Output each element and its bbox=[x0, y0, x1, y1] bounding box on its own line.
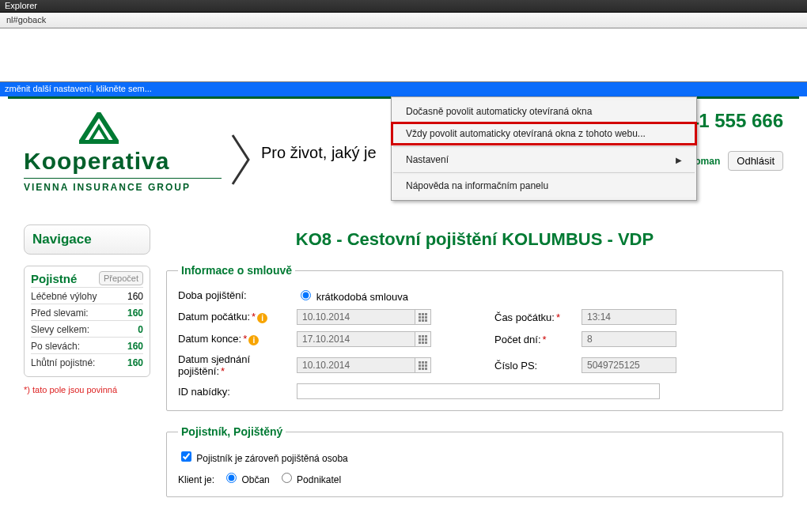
start-date-field[interactable] bbox=[297, 309, 431, 325]
browser-tab[interactable]: nl#goback bbox=[0, 13, 807, 28]
label-start-time: Čas počátku: bbox=[494, 311, 574, 323]
popup-help[interactable]: Nápověda na informačním panelu bbox=[392, 175, 696, 197]
sign-date-field[interactable] bbox=[297, 357, 431, 373]
same-person-checkbox[interactable] bbox=[181, 451, 191, 462]
premium-row-after: Po slevách:160 bbox=[31, 337, 143, 353]
policyholder-section: Pojistník, Pojištěný Pojistník je zárove… bbox=[166, 425, 783, 497]
client-business-radio[interactable] bbox=[282, 473, 292, 483]
info-icon[interactable]: i bbox=[257, 313, 267, 323]
same-person-label: Pojistník je zároveň pojištěná osoba bbox=[196, 453, 347, 464]
contract-info-legend: Informace o smlouvě bbox=[178, 264, 295, 277]
contract-info-section: Informace o smlouvě Doba pojištění: krát… bbox=[166, 264, 783, 411]
popup-settings[interactable]: Nastavení ▶ bbox=[392, 149, 696, 171]
end-date-field[interactable] bbox=[297, 331, 431, 347]
label-offer-id: ID nabídky: bbox=[178, 386, 289, 398]
required-fields-note: *) tato pole jsou povinná bbox=[24, 385, 150, 394]
premium-row-periodic: Lhůtní pojistné:160 bbox=[31, 353, 143, 370]
client-citizen-option[interactable]: Občan bbox=[222, 474, 270, 485]
same-person-check[interactable]: Pojistník je zároveň pojištěná osoba bbox=[178, 449, 771, 464]
label-days: Počet dní: bbox=[494, 334, 574, 345]
policyholder-legend: Pojistník, Pojištěný bbox=[178, 425, 286, 438]
label-start-date: Datum počátku:i bbox=[178, 311, 289, 323]
brand-tagline: VIENNA INSURANCE GROUP bbox=[24, 178, 222, 193]
popup-allow-temporarily[interactable]: Dočasně povolit automaticky otevíraná ok… bbox=[392, 100, 696, 123]
browser-titlebar: Explorer bbox=[0, 0, 807, 13]
logout-button[interactable]: Odhlásit bbox=[728, 151, 783, 171]
popup-blocker-menu: Dočasně povolit automaticky otevíraná ok… bbox=[391, 96, 697, 201]
submenu-arrow-icon: ▶ bbox=[676, 156, 682, 164]
premium-summary: Pojistné Přepočet Léčebné výlohy160 Před… bbox=[24, 266, 150, 377]
browser-toolbar-area bbox=[0, 28, 807, 82]
info-bar[interactable]: změnit další nastavení, klikněte sem... bbox=[0, 82, 807, 96]
offer-id-input[interactable] bbox=[297, 383, 660, 399]
menu-separator bbox=[393, 172, 695, 173]
calendar-icon[interactable] bbox=[415, 331, 431, 347]
duration-radio-group[interactable]: krátkodobá smlouva bbox=[297, 288, 487, 303]
page-title: KO8 - Cestovní pojištění KOLUMBUS - VDP bbox=[166, 224, 783, 264]
calendar-icon[interactable] bbox=[415, 309, 431, 325]
label-duration: Doba pojištění: bbox=[178, 289, 289, 301]
menu-separator bbox=[393, 146, 695, 147]
brand-name: Kooperativa bbox=[24, 148, 222, 175]
premium-title: Pojistné bbox=[31, 272, 77, 285]
end-date-input[interactable] bbox=[297, 331, 415, 347]
calendar-icon[interactable] bbox=[415, 357, 431, 373]
client-business-option[interactable]: Podnikatel bbox=[278, 474, 341, 485]
label-client-type: Klient je: bbox=[178, 474, 214, 485]
label-sign-date: Datum sjednání pojištění: bbox=[178, 353, 289, 377]
client-citizen-radio[interactable] bbox=[226, 473, 237, 483]
start-date-input[interactable] bbox=[297, 309, 415, 325]
premium-row-medical: Léčebné výlohy160 bbox=[31, 287, 143, 304]
ps-number-input[interactable] bbox=[582, 357, 676, 373]
popup-settings-label: Nastavení bbox=[406, 154, 449, 165]
label-ps-number: Číslo PS: bbox=[494, 360, 574, 372]
chevron-icon bbox=[229, 132, 253, 190]
days-input[interactable] bbox=[582, 331, 676, 347]
duration-short-label: krátkodobá smlouva bbox=[316, 291, 408, 303]
premium-row-discounts: Slevy celkem:0 bbox=[31, 320, 143, 337]
recalculate-button[interactable]: Přepočet bbox=[99, 271, 143, 285]
brand-logo: Kooperativa VIENNA INSURANCE GROUP bbox=[24, 112, 222, 193]
popup-allow-always[interactable]: Vždy povolit automaticky otevíraná okna … bbox=[392, 123, 696, 145]
start-time-input[interactable] bbox=[582, 309, 676, 325]
navigation-button[interactable]: Navigace bbox=[24, 224, 150, 255]
duration-short-radio[interactable] bbox=[301, 290, 311, 300]
info-icon[interactable]: i bbox=[248, 335, 259, 345]
sign-date-input[interactable] bbox=[297, 357, 415, 373]
logo-triangle-icon bbox=[79, 112, 119, 144]
slogan: Pro život, jaký je bbox=[261, 144, 377, 162]
premium-row-before: Před slevami:160 bbox=[31, 304, 143, 320]
label-end-date: Datum konce:i bbox=[178, 333, 289, 345]
